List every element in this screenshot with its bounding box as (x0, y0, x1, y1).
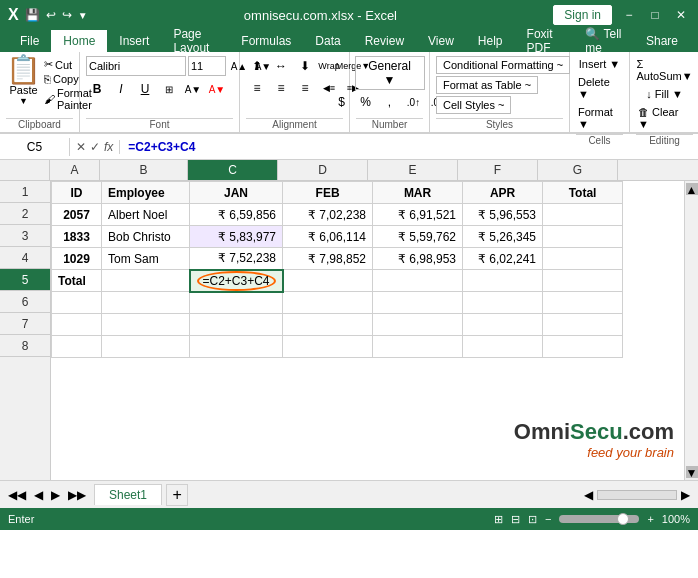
clear-button[interactable]: 🗑 Clear ▼ (636, 104, 693, 132)
cell-e5[interactable] (373, 270, 463, 292)
cell-styles-button[interactable]: Cell Styles ~ (436, 96, 511, 114)
cell-a5[interactable]: Total (52, 270, 102, 292)
cell-c6[interactable] (190, 292, 283, 314)
tab-help[interactable]: Help (466, 30, 515, 52)
cell-e8[interactable] (373, 336, 463, 358)
cell-c7[interactable] (190, 314, 283, 336)
cell-c2[interactable]: ₹ 6,59,856 (190, 204, 283, 226)
horizontal-scrollbar-track[interactable] (597, 490, 677, 500)
zoom-slider[interactable] (559, 515, 639, 523)
cell-b4[interactable]: Tom Sam (102, 248, 190, 270)
cell-b7[interactable] (102, 314, 190, 336)
row-header-4[interactable]: 4 (0, 247, 50, 269)
cell-e6[interactable] (373, 292, 463, 314)
scroll-down-button[interactable]: ▼ (686, 466, 698, 478)
cell-a2[interactable]: 2057 (52, 204, 102, 226)
row-header-8[interactable]: 8 (0, 335, 50, 357)
cell-f5[interactable] (463, 270, 543, 292)
fill-color-button[interactable]: A▼ (182, 79, 204, 99)
insert-cells-button[interactable]: Insert ▼ (577, 56, 622, 72)
cell-f8[interactable] (463, 336, 543, 358)
col-header-b[interactable]: B (100, 160, 188, 180)
cell-e2[interactable]: ₹ 6,91,521 (373, 204, 463, 226)
cell-g1[interactable]: Total (543, 182, 623, 204)
col-header-c[interactable]: C (188, 160, 278, 180)
cell-b1[interactable]: Employee (102, 182, 190, 204)
tab-tell-me[interactable]: 🔍 Tell me (573, 30, 634, 52)
fx-icon[interactable]: fx (104, 140, 113, 154)
number-format-dropdown[interactable]: General ▼ (355, 56, 425, 90)
cell-d7[interactable] (283, 314, 373, 336)
view-pagebreak-icon[interactable]: ⊡ (528, 513, 537, 526)
bold-button[interactable]: B (86, 79, 108, 99)
cell-d4[interactable]: ₹ 7,98,852 (283, 248, 373, 270)
underline-button[interactable]: U (134, 79, 156, 99)
cell-c3[interactable]: ₹ 5,83,977 (190, 226, 283, 248)
sheet-nav-next[interactable]: ▶ (47, 486, 64, 504)
cell-a7[interactable] (52, 314, 102, 336)
cell-b3[interactable]: Bob Christo (102, 226, 190, 248)
cell-f2[interactable]: ₹ 5,96,553 (463, 204, 543, 226)
close-icon[interactable]: ✕ (672, 6, 690, 24)
cell-d8[interactable] (283, 336, 373, 358)
cell-g8[interactable] (543, 336, 623, 358)
font-color-button[interactable]: A▼ (206, 79, 228, 99)
tab-foxit[interactable]: Foxit PDF (515, 30, 574, 52)
tab-page-layout[interactable]: Page Layout (161, 30, 229, 52)
format-cells-button[interactable]: Format ▼ (576, 104, 623, 132)
scroll-left-button[interactable]: ◀ (584, 488, 593, 502)
col-header-a[interactable]: A (50, 160, 100, 180)
sign-in-button[interactable]: Sign in (553, 5, 612, 25)
align-right-button[interactable]: ≡ (294, 78, 316, 98)
add-sheet-button[interactable]: + (166, 484, 188, 506)
cell-b2[interactable]: Albert Noel (102, 204, 190, 226)
cell-a4[interactable]: 1029 (52, 248, 102, 270)
delete-cells-button[interactable]: Delete ▼ (576, 74, 623, 102)
cell-d6[interactable] (283, 292, 373, 314)
cell-b6[interactable] (102, 292, 190, 314)
fill-button[interactable]: ↓ Fill ▼ (644, 86, 685, 102)
view-layout-icon[interactable]: ⊟ (511, 513, 520, 526)
tab-data[interactable]: Data (303, 30, 352, 52)
autosum-button[interactable]: Σ AutoSum▼ (634, 56, 694, 84)
scroll-right-button[interactable]: ▶ (681, 488, 690, 502)
row-header-5[interactable]: 5 (0, 269, 50, 291)
row-header-1[interactable]: 1 (0, 181, 50, 203)
sheet-nav-prev[interactable]: ◀ (30, 486, 47, 504)
cell-g2[interactable] (543, 204, 623, 226)
tab-formulas[interactable]: Formulas (229, 30, 303, 52)
vertical-scrollbar[interactable]: ▲ ▼ (684, 181, 698, 480)
cell-f3[interactable]: ₹ 5,26,345 (463, 226, 543, 248)
redo-icon[interactable]: ↪ (62, 8, 72, 22)
cell-g5[interactable] (543, 270, 623, 292)
font-name-input[interactable] (86, 56, 186, 76)
sheet-tab-sheet1[interactable]: Sheet1 (94, 484, 162, 505)
cell-reference-box[interactable]: C5 (0, 138, 70, 156)
align-center-button[interactable]: ≡ (270, 78, 292, 98)
cell-d3[interactable]: ₹ 6,06,114 (283, 226, 373, 248)
cell-b5[interactable] (102, 270, 190, 292)
align-middle-button[interactable]: ↔ (270, 56, 292, 76)
cell-f7[interactable] (463, 314, 543, 336)
cell-a1[interactable]: ID (52, 182, 102, 204)
cell-d5[interactable] (283, 270, 373, 292)
font-size-input[interactable] (188, 56, 226, 76)
cell-c8[interactable] (190, 336, 283, 358)
cell-g4[interactable] (543, 248, 623, 270)
tab-share[interactable]: Share (634, 30, 690, 52)
italic-button[interactable]: I (110, 79, 132, 99)
confirm-formula-icon[interactable]: ✓ (90, 140, 100, 154)
cell-d1[interactable]: FEB (283, 182, 373, 204)
cell-a6[interactable] (52, 292, 102, 314)
cell-a3[interactable]: 1833 (52, 226, 102, 248)
row-header-7[interactable]: 7 (0, 313, 50, 335)
tab-review[interactable]: Review (353, 30, 416, 52)
tab-view[interactable]: View (416, 30, 466, 52)
minimize-icon[interactable]: − (620, 6, 638, 24)
maximize-icon[interactable]: □ (646, 6, 664, 24)
row-header-2[interactable]: 2 (0, 203, 50, 225)
tab-home[interactable]: Home (51, 30, 107, 52)
col-header-e[interactable]: E (368, 160, 458, 180)
cancel-formula-icon[interactable]: ✕ (76, 140, 86, 154)
save-icon[interactable]: 💾 (25, 8, 40, 22)
